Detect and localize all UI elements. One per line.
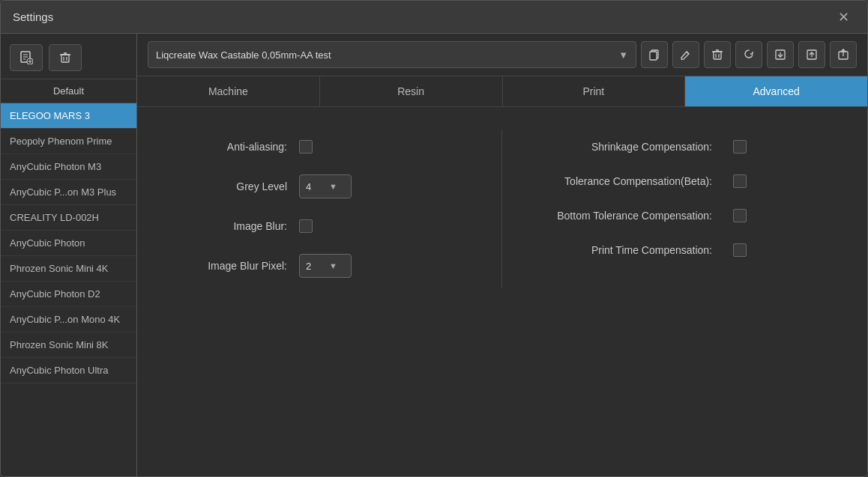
grey-level-row: Grey Level 4 ▼ (167, 164, 479, 209)
refresh-icon (742, 48, 756, 61)
anti-aliasing-checkbox[interactable] (299, 140, 313, 154)
image-blur-row: Image Blur: (167, 209, 479, 243)
window-title: Settings (13, 10, 53, 23)
sidebar-item-anycubic-mono4k[interactable]: AnyCubic P...on Mono 4K (1, 307, 136, 332)
sidebar-item-anycubic-d2[interactable]: AnyCubic Photon D2 (1, 282, 136, 307)
sidebar-item-peopoly[interactable]: Peopoly Phenom Prime (1, 129, 136, 154)
svg-rect-15 (714, 52, 721, 59)
sidebar-item-phrozen-8k[interactable]: Phrozen Sonic Mini 8K (1, 332, 136, 358)
anti-aliasing-label: Anti-aliasing: (167, 141, 287, 153)
shrinkage-label: Shrinkage Compensation: (532, 141, 712, 153)
export-button[interactable] (798, 41, 825, 68)
image-blur-pixel-row: Image Blur Pixel: 2 ▼ (167, 243, 479, 288)
svg-rect-13 (650, 52, 657, 60)
profile-value: Liqcreate Wax Castable 0,05mm-AA test (156, 49, 331, 61)
tolerance-checkbox[interactable] (733, 174, 747, 188)
copy-icon (648, 48, 661, 61)
bottom-tolerance-label: Bottom Tolerance Compensation: (532, 210, 712, 222)
image-blur-pixel-dropdown[interactable]: 2 ▼ (299, 254, 352, 278)
image-blur-checkbox[interactable] (299, 219, 313, 233)
sidebar-item-phrozen-4k[interactable]: Phrozen Sonic Mini 4K (1, 256, 136, 282)
svg-rect-7 (61, 55, 69, 62)
settings-content: Anti-aliasing: Grey Level 4 ▼ (137, 107, 867, 476)
delete-toolbar-button[interactable] (704, 41, 731, 68)
anti-aliasing-row: Anti-aliasing: (167, 130, 479, 164)
print-time-label: Print Time Compensation: (532, 244, 712, 256)
sidebar-item-anycubic-m3[interactable]: AnyCubic Photon M3 (1, 154, 136, 180)
grey-level-label: Grey Level (167, 180, 287, 192)
svg-line-14 (687, 52, 689, 54)
copy-profile-button[interactable] (641, 41, 668, 68)
share-button[interactable] (830, 41, 857, 68)
grey-level-arrow-icon: ▼ (329, 182, 345, 191)
settings-grid: Anti-aliasing: Grey Level 4 ▼ (167, 130, 837, 288)
print-time-checkbox[interactable] (733, 243, 747, 257)
delete-icon (711, 48, 724, 61)
toolbar: Liqcreate Wax Castable 0,05mm-AA test ▼ (137, 34, 867, 76)
import-button[interactable] (767, 41, 794, 68)
edit-icon (679, 48, 693, 61)
sidebar-item-anycubic-photon[interactable]: AnyCubic Photon (1, 231, 136, 256)
sidebar-item-creality[interactable]: CREALITY LD-002H (1, 205, 136, 231)
settings-window: Settings ✕ (0, 0, 868, 477)
default-button[interactable]: Default (1, 79, 136, 103)
tolerance-row: Tolerance Compensation(Beta): (532, 164, 837, 198)
export-icon (805, 48, 819, 61)
sidebar-item-elegoo-mars3[interactable]: ELEGOO MARS 3 (1, 103, 136, 129)
bottom-tolerance-checkbox[interactable] (733, 209, 747, 222)
tab-advanced[interactable]: Advanced (685, 76, 867, 106)
sidebar-list: ELEGOO MARS 3 Peopoly Phenom Prime AnyCu… (1, 103, 136, 476)
image-blur-pixel-label: Image Blur Pixel: (167, 260, 287, 272)
right-panel: Liqcreate Wax Castable 0,05mm-AA test ▼ (137, 34, 867, 476)
share-icon (837, 48, 850, 61)
new-icon (19, 51, 33, 64)
import-icon (774, 48, 787, 61)
print-time-row: Print Time Compensation: (532, 233, 837, 267)
refresh-button[interactable] (735, 41, 762, 68)
bottom-tolerance-row: Bottom Tolerance Compensation: (532, 198, 837, 233)
shrinkage-checkbox[interactable] (733, 140, 747, 154)
left-column: Anti-aliasing: Grey Level 4 ▼ (167, 130, 502, 288)
dropdown-arrow-icon: ▼ (618, 49, 628, 61)
delete-profile-button[interactable] (49, 44, 82, 71)
sidebar-top (1, 34, 136, 79)
right-column: Shrinkage Compensation: Tolerance Compen… (502, 130, 837, 288)
title-bar: Settings ✕ (1, 1, 867, 34)
new-profile-button[interactable] (10, 44, 43, 71)
tab-print[interactable]: Print (503, 76, 686, 106)
blur-pixel-arrow-icon: ▼ (329, 261, 345, 270)
shrinkage-row: Shrinkage Compensation: (532, 130, 837, 164)
image-blur-label: Image Blur: (167, 220, 287, 232)
sidebar: Default ELEGOO MARS 3 Peopoly Phenom Pri… (1, 34, 137, 476)
tab-resin[interactable]: Resin (320, 76, 503, 106)
edit-profile-button[interactable] (672, 41, 699, 68)
grey-level-dropdown[interactable]: 4 ▼ (299, 174, 352, 198)
sidebar-item-anycubic-m3plus[interactable]: AnyCubic P...on M3 Plus (1, 180, 136, 205)
tab-machine[interactable]: Machine (137, 76, 320, 106)
tolerance-label: Tolerance Compensation(Beta): (532, 175, 712, 187)
trash-icon (58, 51, 72, 64)
main-content: Default ELEGOO MARS 3 Peopoly Phenom Pri… (1, 34, 867, 476)
profile-dropdown[interactable]: Liqcreate Wax Castable 0,05mm-AA test ▼ (148, 41, 636, 68)
sidebar-item-anycubic-ultra[interactable]: AnyCubic Photon Ultra (1, 358, 136, 383)
tabs: Machine Resin Print Advanced (137, 76, 867, 107)
close-button[interactable]: ✕ (832, 7, 855, 27)
